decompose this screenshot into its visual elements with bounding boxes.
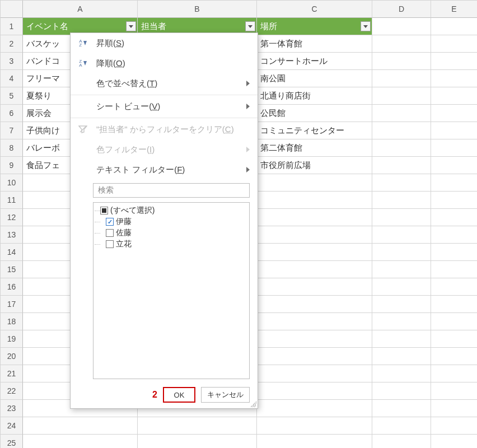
row-header[interactable]: 15 xyxy=(1,261,23,278)
cell[interactable] xyxy=(257,192,372,209)
cell[interactable] xyxy=(431,313,477,330)
column-header[interactable]: B xyxy=(138,1,257,18)
row-header[interactable]: 21 xyxy=(1,365,23,382)
cell[interactable] xyxy=(372,174,431,192)
cell[interactable] xyxy=(372,330,431,348)
cell[interactable] xyxy=(257,348,372,365)
row-header[interactable]: 12 xyxy=(1,209,23,226)
cell[interactable] xyxy=(372,417,431,435)
row-header[interactable]: 8 xyxy=(1,139,23,157)
checkbox-unchecked-icon[interactable] xyxy=(106,240,114,248)
row-header[interactable]: 22 xyxy=(1,382,23,400)
row-header[interactable]: 6 xyxy=(1,105,23,122)
filter-value-item[interactable]: 立花 xyxy=(96,239,247,250)
cell[interactable] xyxy=(372,435,431,448)
sort-by-color-menuitem[interactable]: 色で並べ替え(T) xyxy=(71,73,258,94)
cell[interactable]: 市役所前広場 xyxy=(257,157,372,174)
cell[interactable] xyxy=(23,417,138,435)
cell[interactable] xyxy=(431,296,477,313)
row-header[interactable]: 9 xyxy=(1,157,23,174)
cell[interactable] xyxy=(372,53,431,70)
resize-grip-icon[interactable] xyxy=(251,402,256,407)
cell[interactable] xyxy=(431,400,477,417)
filter-value-item[interactable]: 佐藤 xyxy=(96,227,247,239)
cell[interactable] xyxy=(431,417,477,435)
row-header[interactable]: 1 xyxy=(1,18,23,35)
cell[interactable] xyxy=(138,435,257,448)
cell[interactable] xyxy=(372,209,431,226)
column-header[interactable]: D xyxy=(372,1,431,18)
cell[interactable] xyxy=(257,313,372,330)
text-filter-menuitem[interactable]: テキスト フィルター(F) xyxy=(71,160,258,180)
row-header[interactable]: 10 xyxy=(1,174,23,192)
cell[interactable] xyxy=(372,382,431,400)
cell[interactable] xyxy=(372,139,431,157)
cell[interactable] xyxy=(23,435,138,448)
row-header[interactable]: 11 xyxy=(1,192,23,209)
cell[interactable] xyxy=(257,278,372,296)
cell[interactable] xyxy=(431,365,477,382)
row-header[interactable]: 4 xyxy=(1,70,23,87)
cell[interactable] xyxy=(372,261,431,278)
column-header[interactable]: C xyxy=(257,1,372,18)
cell[interactable] xyxy=(372,87,431,105)
filter-search-input[interactable]: 検索 xyxy=(93,183,250,198)
checkbox-mixed-icon[interactable] xyxy=(100,207,108,214)
column-header[interactable]: A xyxy=(23,1,138,18)
cell[interactable] xyxy=(257,296,372,313)
cell[interactable] xyxy=(372,313,431,330)
column-header[interactable]: E xyxy=(431,1,477,18)
cell[interactable] xyxy=(257,174,372,192)
cancel-button[interactable]: キャンセル xyxy=(201,387,250,403)
cell[interactable] xyxy=(372,296,431,313)
ok-button[interactable]: OK xyxy=(163,387,195,403)
cell[interactable] xyxy=(431,70,477,87)
row-header[interactable]: 5 xyxy=(1,87,23,105)
cell[interactable]: 北通り商店街 xyxy=(257,87,372,105)
cell[interactable] xyxy=(257,261,372,278)
cell[interactable] xyxy=(257,417,372,435)
cell[interactable] xyxy=(257,244,372,261)
cell[interactable]: 公民館 xyxy=(257,105,372,122)
filter-values-tree[interactable]: (すべて選択) 伊藤佐藤立花 1 xyxy=(93,202,250,379)
row-header[interactable]: 2 xyxy=(1,35,23,53)
cell[interactable] xyxy=(257,330,372,348)
cell[interactable] xyxy=(257,435,372,448)
cell[interactable] xyxy=(257,400,372,417)
checkbox-checked-icon[interactable] xyxy=(106,218,114,226)
cell[interactable] xyxy=(431,122,477,139)
cell[interactable] xyxy=(372,35,431,53)
cell[interactable] xyxy=(372,157,431,174)
cell[interactable] xyxy=(372,400,431,417)
row-header[interactable]: 25 xyxy=(1,435,23,448)
row-header[interactable]: 17 xyxy=(1,296,23,313)
cell[interactable] xyxy=(257,209,372,226)
cell[interactable]: コンサートホール xyxy=(257,53,372,70)
filter-dropdown-button[interactable] xyxy=(361,21,371,31)
select-all-item[interactable]: (すべて選択) xyxy=(96,205,247,216)
row-header[interactable]: 14 xyxy=(1,244,23,261)
row-header[interactable]: 23 xyxy=(1,400,23,417)
row-header[interactable]: 13 xyxy=(1,226,23,244)
row-header[interactable]: 7 xyxy=(1,122,23,139)
cell[interactable] xyxy=(431,226,477,244)
cell[interactable] xyxy=(372,18,431,35)
cell[interactable]: コミュニティセンター xyxy=(257,122,372,139)
cell[interactable] xyxy=(431,105,477,122)
row-header[interactable]: 16 xyxy=(1,278,23,296)
cell[interactable] xyxy=(431,244,477,261)
sort-descending-menuitem[interactable]: 降順(O) xyxy=(71,53,258,73)
filter-dropdown-button[interactable] xyxy=(245,21,255,31)
cell[interactable] xyxy=(431,278,477,296)
cell[interactable]: 第二体育館 xyxy=(257,139,372,157)
cell[interactable] xyxy=(372,226,431,244)
cell[interactable] xyxy=(431,435,477,448)
cell[interactable] xyxy=(372,278,431,296)
cell[interactable]: 南公園 xyxy=(257,70,372,87)
cell[interactable] xyxy=(431,192,477,209)
cell[interactable] xyxy=(372,122,431,139)
cell[interactable] xyxy=(257,382,372,400)
cell[interactable] xyxy=(431,87,477,105)
cell[interactable] xyxy=(372,348,431,365)
row-header[interactable]: 18 xyxy=(1,313,23,330)
